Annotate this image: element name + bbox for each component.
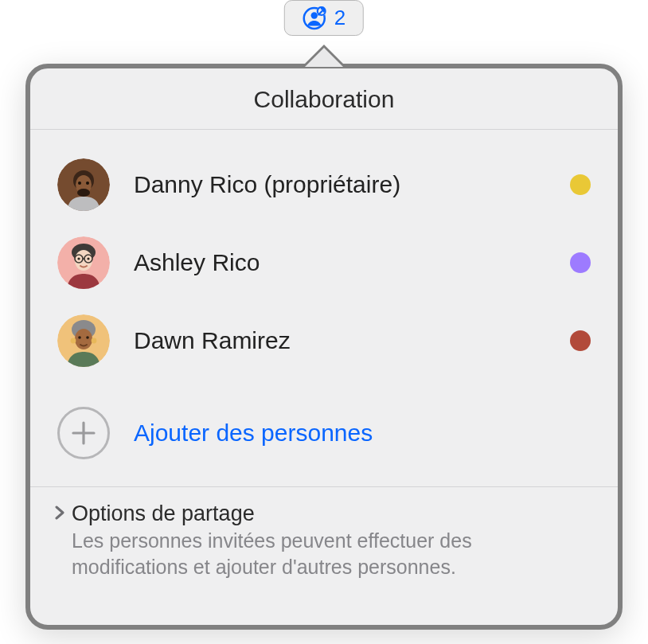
avatar xyxy=(57,314,110,367)
collaboration-popover: Collaboration Danny Rico (propriétaire) xyxy=(25,64,623,630)
share-options-toggle[interactable]: Options de partage xyxy=(54,502,594,526)
participants-list: Danny Rico (propriétaire) Ash xyxy=(30,130,618,388)
popover-arrow xyxy=(305,48,343,67)
svg-point-22 xyxy=(86,336,89,339)
participant-row[interactable]: Danny Rico (propriétaire) xyxy=(57,146,591,224)
svg-point-1 xyxy=(311,12,318,18)
participant-row[interactable]: Ashley Rico xyxy=(57,224,591,302)
share-options-section: Options de partage Les personnes invitée… xyxy=(30,486,618,600)
plus-circle-icon xyxy=(57,407,110,459)
share-options-title: Options de partage xyxy=(72,502,255,526)
presence-color-dot xyxy=(570,174,591,195)
add-people-label: Ajouter des personnes xyxy=(134,420,373,447)
participant-name: Danny Rico (propriétaire) xyxy=(134,171,546,198)
collaboration-count: 2 xyxy=(334,6,345,30)
collaboration-toolbar-button[interactable]: 2 xyxy=(284,0,364,36)
add-people-button[interactable]: Ajouter des personnes xyxy=(30,388,618,486)
svg-point-24 xyxy=(92,338,97,344)
popover-title: Collaboration xyxy=(30,68,618,130)
svg-point-21 xyxy=(78,336,81,339)
svg-point-16 xyxy=(77,257,80,260)
svg-point-7 xyxy=(78,181,81,185)
avatar xyxy=(57,236,110,289)
presence-color-dot xyxy=(570,330,591,351)
share-options-description: Les personnes invitées peuvent effectuer… xyxy=(54,528,564,580)
chevron-right-icon xyxy=(54,505,67,523)
collaboration-icon xyxy=(303,6,326,30)
participant-name: Dawn Ramirez xyxy=(134,327,546,354)
svg-point-17 xyxy=(87,257,89,260)
svg-point-23 xyxy=(71,338,76,344)
presence-color-dot xyxy=(570,252,591,273)
avatar xyxy=(57,158,110,211)
svg-point-8 xyxy=(86,181,89,185)
participant-row[interactable]: Dawn Ramirez xyxy=(57,302,591,380)
svg-point-9 xyxy=(77,189,90,197)
participant-name: Ashley Rico xyxy=(134,249,546,276)
